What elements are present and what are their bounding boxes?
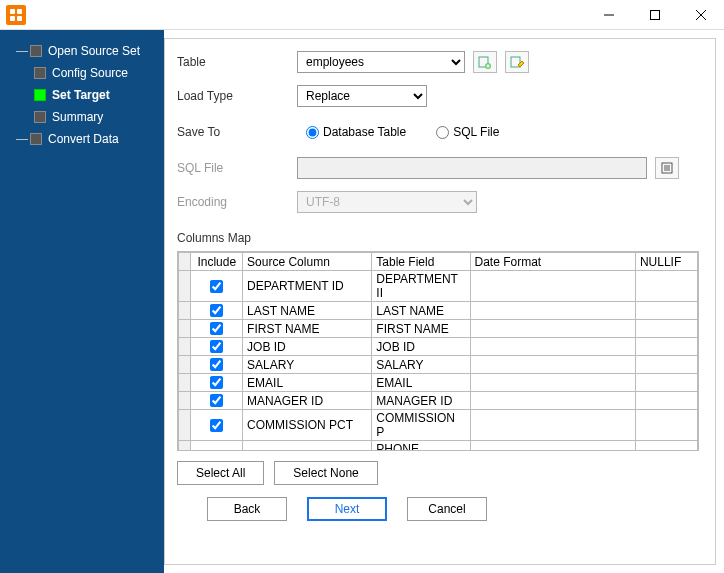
saveto-group: Database Table SQL File	[297, 119, 657, 145]
step-label: Open Source Set	[48, 44, 140, 58]
cell-date[interactable]	[470, 302, 635, 320]
cell-source[interactable]: SALARY	[243, 356, 372, 374]
wizard-step-config-source[interactable]: Config Source	[4, 62, 160, 84]
col-nullif: NULLIF	[635, 253, 697, 271]
select-none-button[interactable]: Select None	[274, 461, 377, 485]
cell-field[interactable]: EMAIL	[372, 374, 470, 392]
step-box-icon	[30, 45, 42, 57]
cell-field[interactable]: PHONE NUMBE	[372, 441, 470, 452]
include-checkbox[interactable]	[210, 304, 223, 317]
edit-table-button[interactable]	[505, 51, 529, 73]
cell-nullif[interactable]	[635, 320, 697, 338]
cell-field[interactable]: JOB ID	[372, 338, 470, 356]
next-button[interactable]: Next	[307, 497, 387, 521]
encoding-label: Encoding	[177, 195, 297, 209]
cell-field[interactable]: DEPARTMENT II	[372, 271, 470, 302]
include-checkbox[interactable]	[210, 450, 223, 452]
cell-nullif[interactable]	[635, 338, 697, 356]
wizard-step-summary[interactable]: Summary	[4, 106, 160, 128]
cell-field[interactable]: LAST NAME	[372, 302, 470, 320]
step-box-icon	[34, 111, 46, 123]
cell-field[interactable]: FIRST NAME	[372, 320, 470, 338]
cell-nullif[interactable]	[635, 302, 697, 320]
main-panel: Table employees Load Type Replace Save T…	[164, 38, 716, 565]
cell-source[interactable]: JOB ID	[243, 338, 372, 356]
refresh-table-button[interactable]	[473, 51, 497, 73]
browse-sqlfile-button[interactable]	[655, 157, 679, 179]
saveto-label: Save To	[177, 125, 297, 139]
step-box-icon	[30, 133, 42, 145]
step-box-icon	[34, 89, 46, 101]
maximize-button[interactable]	[632, 0, 678, 30]
cell-date[interactable]	[470, 441, 635, 452]
cell-source[interactable]: MANAGER ID	[243, 392, 372, 410]
app-icon	[6, 5, 26, 25]
cell-nullif[interactable]	[635, 392, 697, 410]
saveto-db-input[interactable]	[306, 126, 319, 139]
cell-source[interactable]: COMMISSION PCT	[243, 410, 372, 441]
table-row[interactable]: MANAGER IDMANAGER ID	[179, 392, 698, 410]
cell-nullif[interactable]	[635, 356, 697, 374]
cell-source[interactable]: LAST NAME	[243, 302, 372, 320]
cell-date[interactable]	[470, 410, 635, 441]
table-row[interactable]: LAST NAMELAST NAME	[179, 302, 698, 320]
saveto-sql-input[interactable]	[436, 126, 449, 139]
svg-rect-2	[10, 16, 15, 21]
close-button[interactable]	[678, 0, 724, 30]
cell-source[interactable]: PHONE NUMBER	[243, 441, 372, 452]
include-checkbox[interactable]	[210, 280, 223, 293]
table-label: Table	[177, 55, 297, 69]
table-row[interactable]: SALARYSALARY	[179, 356, 698, 374]
svg-rect-3	[17, 16, 22, 21]
cell-date[interactable]	[470, 374, 635, 392]
include-checkbox[interactable]	[210, 394, 223, 407]
include-checkbox[interactable]	[210, 322, 223, 335]
cell-nullif[interactable]	[635, 271, 697, 302]
include-checkbox[interactable]	[210, 358, 223, 371]
saveto-db-radio[interactable]: Database Table	[306, 125, 406, 139]
col-date: Date Format	[470, 253, 635, 271]
table-row[interactable]: COMMISSION PCTCOMMISSION P	[179, 410, 698, 441]
table-select[interactable]: employees	[297, 51, 465, 73]
col-source: Source Column	[243, 253, 372, 271]
cell-source[interactable]: FIRST NAME	[243, 320, 372, 338]
loadtype-select[interactable]: Replace	[297, 85, 427, 107]
col-include: Include	[191, 253, 243, 271]
columns-grid[interactable]: Include Source Column Table Field Date F…	[177, 251, 699, 451]
back-button[interactable]: Back	[207, 497, 287, 521]
cell-date[interactable]	[470, 320, 635, 338]
cell-source[interactable]: EMAIL	[243, 374, 372, 392]
encoding-select: UTF-8	[297, 191, 477, 213]
saveto-sql-radio[interactable]: SQL File	[436, 125, 499, 139]
include-checkbox[interactable]	[210, 419, 223, 432]
wizard-step-convert-data[interactable]: —Convert Data	[4, 128, 160, 150]
cell-field[interactable]: SALARY	[372, 356, 470, 374]
cell-date[interactable]	[470, 338, 635, 356]
table-row[interactable]: DEPARTMENT IDDEPARTMENT II	[179, 271, 698, 302]
table-row[interactable]: PHONE NUMBERPHONE NUMBE	[179, 441, 698, 452]
svg-rect-0	[10, 9, 15, 14]
select-all-button[interactable]: Select All	[177, 461, 264, 485]
cell-nullif[interactable]	[635, 441, 697, 452]
cell-date[interactable]	[470, 271, 635, 302]
cancel-button[interactable]: Cancel	[407, 497, 487, 521]
svg-rect-5	[651, 11, 660, 20]
columns-map-label: Columns Map	[177, 231, 699, 245]
cell-field[interactable]: MANAGER ID	[372, 392, 470, 410]
cell-source[interactable]: DEPARTMENT ID	[243, 271, 372, 302]
cell-nullif[interactable]	[635, 374, 697, 392]
table-row[interactable]: FIRST NAMEFIRST NAME	[179, 320, 698, 338]
cell-date[interactable]	[470, 356, 635, 374]
cell-field[interactable]: COMMISSION P	[372, 410, 470, 441]
minimize-button[interactable]	[586, 0, 632, 30]
cell-date[interactable]	[470, 392, 635, 410]
include-checkbox[interactable]	[210, 376, 223, 389]
step-box-icon	[34, 67, 46, 79]
include-checkbox[interactable]	[210, 340, 223, 353]
table-row[interactable]: EMAILEMAIL	[179, 374, 698, 392]
sqlfile-label: SQL File	[177, 161, 297, 175]
wizard-step-set-target[interactable]: Set Target	[4, 84, 160, 106]
table-row[interactable]: JOB IDJOB ID	[179, 338, 698, 356]
wizard-step-open-source-set[interactable]: —Open Source Set	[4, 40, 160, 62]
cell-nullif[interactable]	[635, 410, 697, 441]
